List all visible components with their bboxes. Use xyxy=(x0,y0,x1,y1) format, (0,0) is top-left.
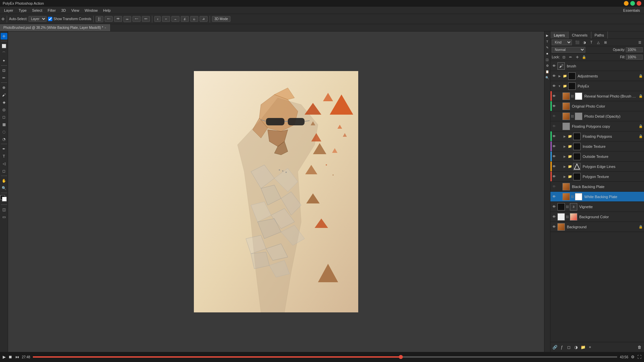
layer-black-backing[interactable]: 👁 Black Backing Plate xyxy=(550,182,644,192)
lock-all-button[interactable]: 🔒 xyxy=(581,55,587,60)
layer-polygon-texture[interactable]: 👁 ▶ 📁 Polygon Texture xyxy=(550,172,644,182)
delete-layer-button[interactable]: 🗑 xyxy=(637,344,643,350)
layer-brush[interactable]: 👁 🖌 brush xyxy=(550,61,644,71)
blur-tool[interactable]: ◌ xyxy=(1,128,7,135)
blend-mode-select[interactable]: Normal Multiply Screen Overlay xyxy=(552,47,585,53)
pen-tool[interactable]: ✒ xyxy=(1,145,7,152)
layer-vis-reveal[interactable]: 👁 xyxy=(552,94,556,99)
rib-btn-6[interactable]: ⚙ xyxy=(545,63,550,68)
layer-expand-pe[interactable]: ▶ xyxy=(562,165,567,169)
group-layers-button[interactable]: 📁 xyxy=(580,344,586,350)
panel-menu-button[interactable]: ☰ xyxy=(637,40,643,46)
layer-outside-texture[interactable]: 👁 ▶ 📁 Outside Texture xyxy=(550,152,644,162)
layer-expand-it[interactable]: ▶ xyxy=(562,144,567,148)
align-right-button[interactable]: ⬲ xyxy=(114,16,122,22)
move-tool[interactable]: ✛ xyxy=(1,33,7,40)
align-left-button[interactable]: ⬱ xyxy=(96,16,103,22)
layer-mask-button[interactable]: ◻ xyxy=(566,344,572,350)
filter-adjust-icon[interactable]: ◑ xyxy=(581,40,587,46)
distribute-top-button[interactable]: ⫝̸ xyxy=(181,16,189,22)
lock-paint-button[interactable]: ✏ xyxy=(568,55,573,60)
filter-pixel-icon[interactable]: ⬛ xyxy=(574,40,580,46)
layer-adjustments[interactable]: 👁 ▶ 📁 Adjustments 🔒 xyxy=(550,71,644,81)
layer-expand-polyex[interactable]: ▼ xyxy=(557,84,561,88)
zoom-tool[interactable]: 🔍 xyxy=(1,185,7,191)
spot-heal-tool[interactable]: ⊕ xyxy=(1,84,7,91)
layer-vis-bgc[interactable]: 👁 xyxy=(552,215,556,219)
distribute-bottom-button[interactable]: ⫡ xyxy=(200,16,208,22)
close-button[interactable] xyxy=(637,1,641,6)
distribute-center-h-button[interactable]: ⫟ xyxy=(162,16,170,22)
eyedropper-tool[interactable]: ✏ xyxy=(1,74,7,81)
layer-vis-original[interactable]: 👁 xyxy=(552,104,556,109)
layer-expand-fp[interactable]: ▶ xyxy=(562,134,567,138)
layer-style-button[interactable]: ƒ xyxy=(559,344,565,350)
auto-select-dropdown[interactable]: Layer Group xyxy=(29,16,47,22)
menu-3d[interactable]: 3D xyxy=(58,8,68,13)
quick-mask-toggle[interactable]: ◫ xyxy=(1,206,7,213)
menu-layer[interactable]: Layer xyxy=(1,8,16,13)
link-layers-button[interactable]: 🔗 xyxy=(552,344,558,350)
layer-expand-adjustments[interactable]: ▶ xyxy=(557,74,561,78)
hand-tool[interactable]: ✋ xyxy=(1,177,7,184)
layer-background[interactable]: 👁 Background 🔒 xyxy=(550,222,644,232)
layer-vignette[interactable]: 👁 ⛓ 3 Vignette xyxy=(550,202,644,212)
essentials-button[interactable]: Essentials xyxy=(621,8,643,13)
history-brush-tool[interactable]: ◎ xyxy=(1,106,7,113)
progress-thumb[interactable] xyxy=(399,355,403,359)
new-layer-button[interactable]: + xyxy=(587,344,593,350)
layer-bg-color[interactable]: 👁 ⛓ Background Color xyxy=(550,212,644,222)
layer-polygon-edge[interactable]: 👁 ▶ 📁 Polygon Edge Lines xyxy=(550,162,644,172)
layer-vis-brush[interactable]: 👁 xyxy=(552,64,556,68)
document-tab[interactable]: PhotoBrushed.psd @ 38.2% (White Backing … xyxy=(0,24,110,31)
marquee-tool[interactable]: ⬜ xyxy=(1,43,7,49)
rib-btn-4[interactable]: ■ xyxy=(545,51,550,56)
rib-btn-2[interactable]: T xyxy=(545,39,550,44)
distribute-right-button[interactable]: ⫠ xyxy=(171,16,179,22)
layer-polyex[interactable]: 👁 ▼ 📁 PolyEx xyxy=(550,81,644,91)
layer-vis-it[interactable]: 👁 xyxy=(552,144,556,149)
settings-button[interactable]: ⚙ xyxy=(631,355,635,359)
filter-smart-icon[interactable]: ⊞ xyxy=(602,40,608,46)
eraser-tool[interactable]: ◻ xyxy=(1,114,7,120)
tab-channels[interactable]: Channels xyxy=(569,32,591,39)
layer-vis-bb[interactable]: 👁 xyxy=(552,184,556,189)
crop-tool[interactable]: ⊡ xyxy=(1,67,7,74)
stop-button[interactable]: ⏹ xyxy=(8,355,12,359)
layer-vis-vig[interactable]: 👁 xyxy=(552,204,556,209)
filter-type-select[interactable]: Kind Name Effect xyxy=(552,40,572,45)
fullscreen-button[interactable]: ⛶ xyxy=(637,355,641,359)
clone-tool[interactable]: ◈ xyxy=(1,99,7,106)
fill-value[interactable]: 100% xyxy=(626,55,643,60)
magic-wand-tool[interactable]: ✦ xyxy=(1,57,7,64)
shape-tool[interactable]: ◻ xyxy=(1,168,7,174)
layer-original-photo[interactable]: 👁 Original Photo Color xyxy=(550,101,644,111)
tab-close-button[interactable]: × xyxy=(105,26,106,29)
layer-vis-ot[interactable]: 👁 xyxy=(552,154,556,159)
layer-photo-detail[interactable]: 👁 ⛓ Photo Detail (Opacity) xyxy=(550,111,644,121)
lock-pixels-button[interactable]: ⊡ xyxy=(561,55,567,60)
move-tool-icon[interactable]: ✛ xyxy=(1,17,5,21)
layer-vis-bg[interactable]: 👁 xyxy=(552,225,556,229)
layer-vis-wb[interactable]: 👁 xyxy=(552,194,556,199)
minimize-button[interactable] xyxy=(624,1,629,6)
rib-btn-1[interactable]: ▶ xyxy=(545,33,550,38)
rib-btn-3[interactable]: ✎ xyxy=(545,45,550,50)
layer-floating-polygons[interactable]: 👁 ▶ 📁 Floating Polygons 🔒 xyxy=(550,131,644,141)
rib-btn-7[interactable]: 📋 xyxy=(545,69,550,74)
layer-inside-texture[interactable]: 👁 ▶ 📁 Inside Texture xyxy=(550,141,644,152)
filter-type-icon[interactable]: T xyxy=(588,40,594,46)
3d-mode-button[interactable]: 3D Mode xyxy=(212,16,230,22)
brush-tool[interactable]: 🖌 xyxy=(1,92,7,98)
rewind-button[interactable]: ⏮ xyxy=(15,355,19,359)
transform-checkbox[interactable] xyxy=(48,17,52,21)
fill-layer-button[interactable]: ◑ xyxy=(573,344,579,350)
path-select-tool[interactable]: ◁ xyxy=(1,160,7,167)
maximize-button[interactable] xyxy=(630,1,635,6)
menu-filter[interactable]: Filter xyxy=(45,8,58,13)
filter-shape-icon[interactable]: △ xyxy=(595,40,601,46)
tab-layers[interactable]: Layers xyxy=(550,32,569,39)
layer-vis-polyex[interactable]: 👁 xyxy=(552,84,556,88)
menu-help[interactable]: Help xyxy=(100,8,113,13)
menu-window[interactable]: Window xyxy=(82,8,100,13)
